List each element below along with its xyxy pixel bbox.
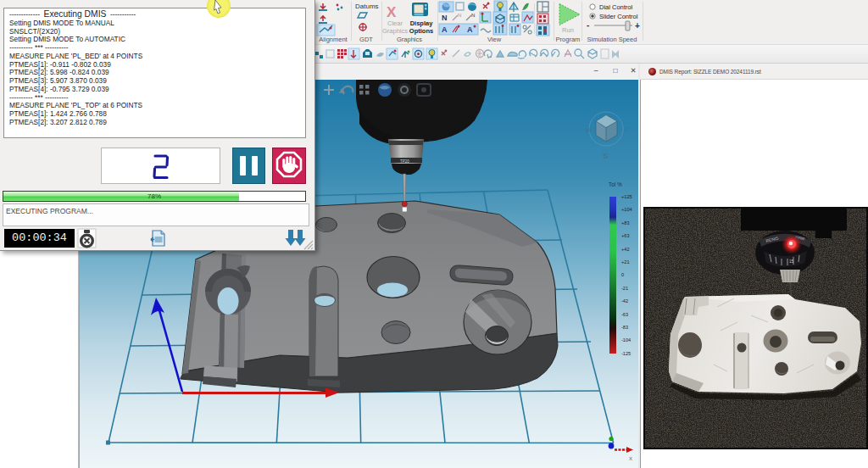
svg-text:Tol %: Tol %	[609, 181, 622, 187]
svg-text:A: A	[442, 25, 448, 34]
svg-text:N: N	[442, 14, 448, 22]
svg-text:+125: +125	[621, 194, 632, 199]
svg-text:Program: Program	[556, 36, 581, 43]
svg-text:15: 15	[789, 259, 794, 264]
svg-text:+83: +83	[621, 220, 630, 226]
svg-text:-125: -125	[621, 351, 631, 356]
svg-text:-83: -83	[621, 325, 628, 330]
svg-text:N: N	[471, 13, 475, 18]
svg-text:Simulation Speed: Simulation Speed	[587, 36, 637, 43]
svg-text:+: +	[635, 21, 640, 31]
svg-text:View: View	[487, 36, 502, 43]
svg-text:Graphics: Graphics	[397, 36, 422, 43]
svg-text:-42: -42	[621, 298, 628, 304]
svg-text:Options: Options	[409, 27, 433, 35]
svg-text:Graphics: Graphics	[382, 27, 408, 35]
svg-text:W: W	[586, 126, 593, 134]
svg-text:GDT: GDT	[359, 36, 373, 43]
svg-text:-: -	[587, 20, 589, 30]
svg-text:TP20: TP20	[400, 159, 409, 164]
svg-text:x: x	[629, 454, 632, 462]
svg-text:-21: -21	[621, 286, 628, 291]
svg-text:Dial Control: Dial Control	[599, 3, 633, 11]
svg-text:S: S	[603, 151, 608, 160]
svg-text:+21: +21	[621, 259, 630, 265]
svg-text:Slider Control: Slider Control	[599, 13, 638, 20]
svg-text:Datums: Datums	[355, 3, 379, 10]
svg-text:A: A	[467, 25, 473, 34]
svg-text:+63: +63	[621, 233, 630, 238]
svg-text:-104: -104	[621, 337, 631, 343]
svg-text:0: 0	[621, 272, 624, 277]
svg-text:E: E	[625, 126, 629, 134]
svg-text:N: N	[458, 13, 461, 18]
svg-text:+42: +42	[621, 247, 630, 252]
svg-text:Clear: Clear	[387, 20, 403, 27]
svg-text:-63: -63	[621, 312, 628, 317]
svg-text:+104: +104	[621, 207, 632, 212]
svg-text:Run: Run	[562, 26, 574, 34]
svg-text:Display: Display	[410, 20, 434, 27]
svg-text:X: X	[387, 4, 397, 20]
svg-text:Alignment: Alignment	[319, 36, 348, 43]
